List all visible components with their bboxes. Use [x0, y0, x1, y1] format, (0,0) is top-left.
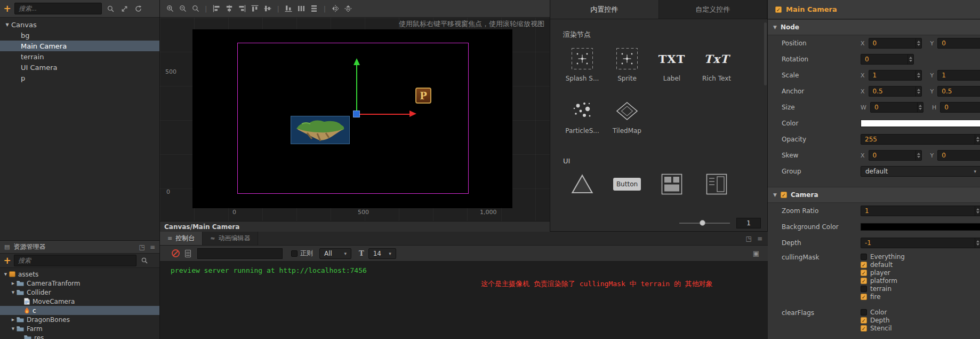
- stepper-icon[interactable]: [917, 103, 923, 112]
- cullingmask-option-default[interactable]: ✓default: [861, 262, 905, 268]
- log-file-icon[interactable]: [185, 250, 191, 257]
- align-h-center-icon[interactable]: [224, 4, 234, 13]
- zoom-value[interactable]: 1: [736, 218, 761, 228]
- cullingmask-default-checkbox[interactable]: ✓: [861, 262, 867, 268]
- stepper-icon[interactable]: [915, 38, 921, 48]
- depth-input[interactable]: -1: [861, 238, 980, 248]
- flip-v-icon[interactable]: [343, 4, 352, 13]
- skew-x-input[interactable]: 0: [869, 150, 922, 161]
- expand-all-icon[interactable]: [119, 3, 130, 14]
- create-asset-button[interactable]: +: [3, 255, 11, 266]
- p-node-sprite[interactable]: P: [415, 88, 431, 104]
- align-v-center-icon[interactable]: [263, 4, 272, 13]
- anchor-x-input[interactable]: 0.5: [869, 86, 922, 97]
- stepper-icon[interactable]: [907, 54, 913, 64]
- cullingmask-option-terrain[interactable]: terrain: [861, 286, 905, 292]
- hierarchy-item-main-camera[interactable]: Main Camera: [0, 41, 159, 51]
- align-left-icon[interactable]: [212, 4, 221, 13]
- maximize-icon[interactable]: ▣: [753, 249, 759, 257]
- gizmo-x-axis[interactable]: [360, 114, 409, 115]
- library-item-button[interactable]: Button: [605, 170, 649, 208]
- camera-section-header[interactable]: ▼ ✓ Camera: [768, 187, 980, 203]
- assets-search-input[interactable]: [14, 255, 136, 266]
- gizmo-origin-handle[interactable]: [353, 111, 360, 117]
- position-x-input[interactable]: 0: [869, 38, 922, 49]
- position-y-input[interactable]: 0: [937, 38, 980, 49]
- asset-item-cameratranform[interactable]: ▶CameraTranform: [0, 279, 159, 288]
- panel-menu-icon[interactable]: ≡: [757, 235, 762, 242]
- stepper-icon[interactable]: [975, 206, 980, 216]
- camera-enabled-checkbox[interactable]: ✓: [781, 192, 787, 198]
- stepper-icon[interactable]: [975, 238, 980, 248]
- node-section-header[interactable]: ▼ Node: [768, 19, 980, 35]
- asset-item-movecamera[interactable]: MoveCamera: [0, 297, 159, 306]
- clearflags-option-stencil[interactable]: ✓Stencil: [861, 325, 892, 332]
- clearflags-option-color[interactable]: Color: [861, 309, 892, 316]
- scrollbar[interactable]: [764, 22, 767, 85]
- library-item-particles[interactable]: ParticleS...: [560, 97, 605, 135]
- tab-builtin-controls[interactable]: 内置控件: [550, 0, 659, 19]
- scale-y-input[interactable]: 1: [937, 70, 980, 81]
- search-icon[interactable]: [105, 3, 116, 14]
- align-right-icon[interactable]: [237, 4, 246, 13]
- log-level-select[interactable]: All ▾: [319, 248, 351, 259]
- asset-item-res[interactable]: res: [0, 333, 159, 339]
- panel-menu-icon[interactable]: ≡: [150, 243, 155, 251]
- float-panel-icon[interactable]: ◳: [746, 235, 752, 242]
- library-item-tiledmap[interactable]: TiledMap: [605, 97, 649, 135]
- cullingmask-option-platform[interactable]: ✓platform: [861, 278, 905, 284]
- zoom-reset-icon[interactable]: [191, 4, 200, 13]
- gizmo-y-axis[interactable]: [356, 65, 357, 114]
- library-item-rich-text[interactable]: TxTRich Text: [694, 45, 739, 82]
- size-w-input[interactable]: 0: [870, 102, 923, 113]
- console-filter-input[interactable]: [197, 248, 283, 259]
- cullingmask-everything-checkbox[interactable]: [861, 254, 867, 260]
- library-item-splash-s[interactable]: Splash S...: [560, 45, 605, 82]
- asset-item-dragonbones[interactable]: ▶DragonBones: [0, 315, 159, 324]
- float-panel-icon[interactable]: ◳: [139, 243, 145, 251]
- clear-console-icon[interactable]: [172, 249, 180, 257]
- font-size-select[interactable]: 14 ▾: [368, 248, 396, 259]
- library-item-sprite[interactable]: Sprite: [605, 45, 649, 82]
- align-bottom-icon[interactable]: [284, 4, 293, 13]
- cullingmask-option-everything[interactable]: Everything: [861, 254, 905, 260]
- cullingmask-option-fire[interactable]: ✓fire: [861, 294, 905, 300]
- asset-item-assets[interactable]: ▼assets: [0, 270, 159, 279]
- tab-console[interactable]: ≡ 控制台: [160, 232, 203, 245]
- opacity-input[interactable]: 255: [861, 134, 980, 145]
- color-swatch[interactable]: [861, 223, 980, 231]
- library-item-triangle[interactable]: [560, 170, 605, 208]
- zoom-ratio-input[interactable]: 1: [861, 206, 980, 216]
- regex-checkbox[interactable]: [291, 250, 298, 257]
- asset-item-farm[interactable]: ▼Farm: [0, 324, 159, 333]
- color-swatch[interactable]: [861, 120, 980, 127]
- flip-h-icon[interactable]: [331, 4, 340, 13]
- hierarchy-item-canvas[interactable]: ▼Canvas: [0, 19, 159, 30]
- rotation-input[interactable]: 0: [861, 54, 914, 65]
- stepper-icon[interactable]: [915, 70, 921, 80]
- refresh-icon[interactable]: [133, 3, 143, 14]
- clearflags-depth-checkbox[interactable]: ✓: [861, 317, 867, 324]
- create-node-button[interactable]: +: [3, 3, 11, 14]
- stepper-icon[interactable]: [915, 151, 921, 160]
- clearflags-stencil-checkbox[interactable]: ✓: [861, 325, 867, 332]
- collapse-icon[interactable]: ▼: [773, 25, 777, 30]
- zoom-slider-knob[interactable]: [700, 220, 705, 226]
- stepper-icon[interactable]: [975, 135, 980, 144]
- hierarchy-item-ui-camera[interactable]: UI Camera: [0, 62, 159, 73]
- clearflags-color-checkbox[interactable]: [861, 309, 867, 316]
- terrain-sprite[interactable]: [291, 116, 350, 144]
- scene-view[interactable]: P 500 0 0 500 1,000 使用鼠标右键平移视窗焦点，使用滚轮缩放视…: [160, 18, 550, 221]
- hierarchy-item-terrain[interactable]: terrain: [0, 51, 159, 62]
- zoom-in-icon[interactable]: [165, 4, 174, 13]
- library-item-layout-panel[interactable]: [694, 170, 739, 208]
- zoom-slider[interactable]: [679, 223, 730, 224]
- scale-x-input[interactable]: 1: [869, 70, 922, 81]
- cullingmask-player-checkbox[interactable]: ✓: [861, 270, 867, 276]
- tab-custom-controls[interactable]: 自定义控件: [659, 0, 768, 19]
- cullingmask-platform-checkbox[interactable]: ✓: [861, 278, 867, 284]
- tab-animation-editor[interactable]: ≈ 动画编辑器: [203, 232, 258, 245]
- clearflags-option-depth[interactable]: ✓Depth: [861, 317, 892, 324]
- asset-item-c[interactable]: c: [0, 306, 159, 315]
- hierarchy-search-input[interactable]: [14, 3, 102, 14]
